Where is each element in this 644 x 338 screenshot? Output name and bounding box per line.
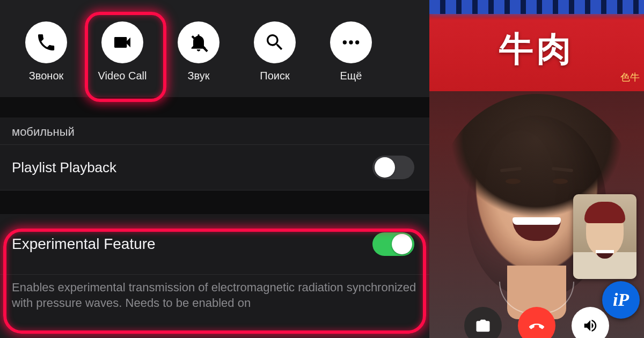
sound-label: Звук xyxy=(187,70,209,82)
search-label: Поиск xyxy=(260,70,289,82)
self-view-pip[interactable] xyxy=(573,194,636,279)
video-icon xyxy=(101,21,143,63)
divider xyxy=(0,190,429,214)
svg-point-2 xyxy=(349,40,353,44)
contact-panel: Звонок Video Call Звук Поиск xyxy=(0,0,429,338)
playlist-label: Playlist Playback xyxy=(12,159,116,176)
search-action[interactable]: Поиск xyxy=(248,21,302,82)
app-screenshot: Звонок Video Call Звук Поиск xyxy=(0,0,644,338)
svg-point-3 xyxy=(355,40,359,44)
search-icon xyxy=(254,21,296,63)
experimental-feature-row[interactable]: Experimental Feature xyxy=(0,214,429,275)
experimental-toggle[interactable] xyxy=(372,232,414,256)
divider xyxy=(0,97,429,117)
more-label: Ещё xyxy=(340,70,362,82)
end-call-button[interactable] xyxy=(518,307,555,338)
experimental-description: Enables experimental transmission of ele… xyxy=(0,275,429,332)
video-call-screen: 牛肉 色牛 xyxy=(429,0,644,338)
mobile-header-text: мобильный xyxy=(12,125,75,138)
flip-camera-button[interactable] xyxy=(464,307,502,338)
watermark-badge: iP xyxy=(602,281,640,319)
playlist-toggle[interactable] xyxy=(372,156,414,179)
badge-text: iP xyxy=(613,290,629,310)
call-label: Звонок xyxy=(29,70,64,82)
more-action[interactable]: Ещё xyxy=(324,21,378,82)
video-call-label: Video Call xyxy=(98,70,147,82)
more-icon xyxy=(330,21,372,63)
action-row: Звонок Video Call Звук Поиск xyxy=(0,0,429,97)
sound-action[interactable]: Звук xyxy=(172,21,225,82)
phone-icon xyxy=(25,21,67,63)
call-action[interactable]: Звонок xyxy=(19,21,73,82)
speaker-button[interactable] xyxy=(572,307,609,338)
playlist-playback-row[interactable]: Playlist Playback xyxy=(0,145,429,190)
svg-point-1 xyxy=(343,40,347,44)
mobile-section-header: мобильный xyxy=(0,117,429,145)
experimental-label: Experimental Feature xyxy=(12,236,156,253)
video-call-action[interactable]: Video Call xyxy=(96,21,149,82)
bell-off-icon xyxy=(178,21,219,63)
